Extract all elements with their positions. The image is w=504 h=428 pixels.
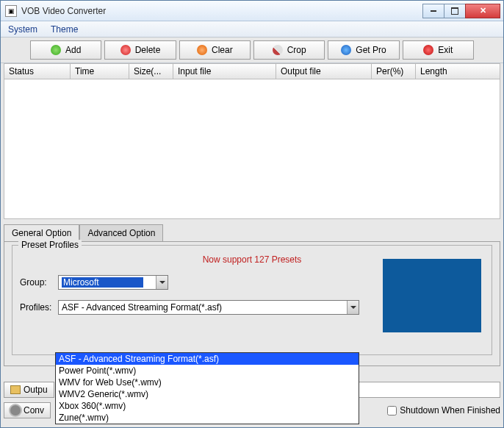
getpro-label: Get Pro [356, 45, 386, 55]
group-label: Group: [20, 277, 58, 288]
clear-label: Clear [212, 45, 233, 55]
info-icon [341, 45, 351, 55]
general-panel: Preset Profiles Now support 127 Presets … [4, 241, 500, 366]
preset-fieldset: Preset Profiles Now support 127 Presets … [12, 245, 492, 355]
exit-label: Exit [438, 45, 453, 55]
getpro-button[interactable]: Get Pro [328, 40, 399, 60]
add-button[interactable]: Add [30, 40, 101, 60]
app-icon: ▣ [5, 5, 17, 17]
tab-advanced[interactable]: Advanced Option [79, 224, 163, 242]
col-input[interactable]: Input file [173, 64, 276, 79]
minimize-button[interactable] [422, 4, 444, 18]
chevron-down-icon [156, 276, 168, 289]
minus-icon [120, 45, 131, 55]
delete-button[interactable]: Delete [104, 40, 176, 60]
clear-icon [197, 45, 207, 55]
add-label: Add [65, 45, 81, 55]
plus-icon [51, 45, 61, 55]
profiles-label: Profiles: [20, 302, 58, 313]
folder-icon [10, 385, 21, 394]
col-length[interactable]: Length [416, 64, 500, 79]
col-per[interactable]: Per(%) [372, 64, 416, 79]
col-status[interactable]: Status [4, 64, 71, 79]
maximize-button[interactable] [444, 4, 466, 18]
profiles-dropdown[interactable]: ASF - Advanced Streaming Format(*.asf) P… [55, 352, 359, 424]
menubar: System Theme [1, 21, 503, 38]
exit-icon [423, 45, 433, 55]
shutdown-check-input[interactable] [387, 406, 397, 415]
profiles-value: ASF - Advanced Streaming Format(*.asf) [62, 302, 222, 313]
shutdown-label: Shutdown When Finished [400, 405, 500, 415]
preview-box [383, 259, 481, 332]
app-window: ▣ VOB Video Converter System Theme Add D… [0, 0, 504, 428]
dropdown-item[interactable]: WMV for Web Use(*.wmv) [56, 377, 359, 388]
menu-system[interactable]: System [8, 24, 37, 35]
exit-button[interactable]: Exit [403, 40, 474, 60]
convert-label: Conv [24, 405, 44, 415]
group-combo[interactable]: Microsoft [58, 275, 168, 290]
dropdown-item[interactable]: Power Point(*.wmv) [56, 365, 359, 377]
toolbar: Add Delete Clear Crop Get Pro Exit [1, 38, 503, 63]
crop-label: Crop [287, 45, 306, 55]
close-button[interactable] [465, 4, 500, 18]
dropdown-item[interactable]: Xbox 360(*.wmv) [56, 400, 359, 412]
convert-button[interactable]: Conv [4, 402, 51, 418]
gear-icon [10, 405, 21, 415]
col-output[interactable]: Output file [276, 64, 372, 79]
crop-icon [273, 45, 283, 55]
shutdown-checkbox[interactable]: Shutdown When Finished [387, 405, 500, 415]
col-time[interactable]: Time [71, 64, 129, 79]
table-body[interactable] [4, 79, 500, 219]
dropdown-item[interactable]: Zune(*.wmv) [56, 412, 359, 424]
output-label: Outpu [24, 385, 48, 395]
dropdown-item[interactable]: ASF - Advanced Streaming Format(*.asf) [56, 353, 359, 365]
group-value: Microsoft [62, 277, 143, 288]
preset-legend: Preset Profiles [18, 240, 82, 250]
titlebar: ▣ VOB Video Converter [1, 1, 503, 21]
clear-button[interactable]: Clear [179, 40, 251, 60]
dropdown-item[interactable]: WMV2 Generic(*.wmv) [56, 388, 359, 400]
chevron-down-icon [347, 301, 359, 314]
window-title: VOB Video Converter [21, 6, 106, 16]
crop-button[interactable]: Crop [253, 40, 325, 60]
delete-label: Delete [135, 45, 161, 55]
output-folder-button[interactable]: Outpu [4, 382, 54, 398]
menu-theme[interactable]: Theme [51, 24, 78, 35]
table-header: Status Time Size(... Input file Output f… [4, 63, 500, 79]
profiles-combo[interactable]: ASF - Advanced Streaming Format(*.asf) [58, 300, 359, 315]
col-size[interactable]: Size(... [129, 64, 173, 79]
